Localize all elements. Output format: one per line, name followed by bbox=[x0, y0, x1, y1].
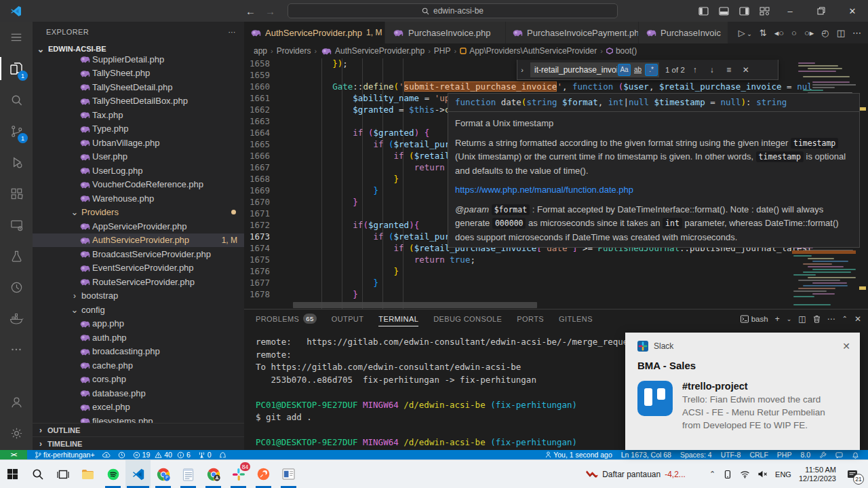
file-tree-item[interactable]: Tax.php bbox=[33, 108, 244, 122]
file-tree-item[interactable]: cache.php bbox=[33, 358, 244, 373]
chrome-profile2-button[interactable] bbox=[201, 460, 226, 488]
keyboard-language[interactable]: ENG bbox=[775, 470, 791, 478]
extensions-icon[interactable] bbox=[0, 178, 33, 209]
docker-icon[interactable] bbox=[0, 303, 33, 334]
hidden-icons-chevron[interactable]: ⌃ bbox=[709, 470, 715, 478]
close-panel-icon[interactable]: ✕ bbox=[854, 314, 861, 324]
breadcrumb-item[interactable]: Providers bbox=[277, 46, 311, 56]
chrome-profile1-button[interactable]: P bbox=[151, 460, 176, 488]
previous-match-icon[interactable]: ↑ bbox=[688, 63, 702, 77]
restore-button[interactable] bbox=[806, 0, 837, 22]
file-tree-item[interactable]: UserLog.php bbox=[33, 164, 244, 178]
more-views-icon[interactable] bbox=[0, 334, 33, 365]
minimize-button[interactable]: – bbox=[774, 0, 806, 22]
close-window-button[interactable]: ✕ bbox=[837, 0, 868, 22]
file-tree-item[interactable]: AppServiceProvider.php bbox=[33, 219, 244, 233]
terminal-shell-selector[interactable]: bash bbox=[741, 315, 768, 323]
extension-status-icon[interactable] bbox=[219, 451, 226, 459]
panel-tab[interactable]: GITLENS bbox=[559, 309, 593, 328]
split-editor-icon[interactable]: ◫ bbox=[837, 28, 845, 38]
toggle-panel-icon[interactable] bbox=[713, 0, 734, 22]
file-tree-item[interactable]: BroadcastServiceProvider.php bbox=[33, 247, 244, 261]
code-line[interactable]: 1677 } bbox=[244, 278, 868, 289]
task-view-button[interactable] bbox=[50, 460, 75, 488]
php-manual-link[interactable]: https://www.php.net/manual/function.date… bbox=[455, 185, 633, 195]
customize-layout-icon[interactable] bbox=[754, 0, 774, 22]
php-version-status[interactable]: 8.0 bbox=[800, 451, 810, 459]
folder-tree-item[interactable]: ⌄Providers bbox=[33, 206, 244, 220]
code-line[interactable]: 1676 } bbox=[244, 266, 868, 278]
toggle-secondary-sidebar-icon[interactable] bbox=[734, 0, 754, 22]
split-terminal-icon[interactable]: ◫ bbox=[798, 314, 806, 324]
file-tree-item[interactable]: User.php bbox=[33, 150, 244, 164]
folder-tree-item[interactable]: ›bootstrap bbox=[33, 289, 244, 303]
ports-status[interactable]: 0 bbox=[198, 451, 212, 459]
breadcrumb-item[interactable]: app bbox=[254, 46, 267, 56]
file-tree-item[interactable]: broadcasting.php bbox=[33, 345, 244, 359]
editor-tab[interactable]: PurchaseInvoic bbox=[639, 22, 728, 43]
open-changes-icon[interactable]: ⇅ bbox=[760, 28, 767, 38]
timeline-section[interactable]: ›TIMELINE bbox=[33, 436, 244, 450]
next-change-icon[interactable]: ○▸ bbox=[804, 28, 814, 38]
close-find-icon[interactable]: ✕ bbox=[739, 63, 753, 77]
file-tree-item[interactable]: TallySheetDetail.php bbox=[33, 80, 244, 94]
notifications-bell-icon[interactable] bbox=[852, 451, 859, 459]
kill-terminal-icon[interactable] bbox=[813, 315, 821, 323]
problems-status[interactable]: 19 40 6 bbox=[133, 451, 191, 459]
file-tree-item[interactable]: AuthServiceProvider.php1, M bbox=[33, 233, 244, 248]
regex-toggle[interactable]: .* bbox=[645, 64, 658, 76]
slack-taskbar-button[interactable]: 84 bbox=[226, 460, 251, 488]
gitlens-icon[interactable] bbox=[0, 271, 33, 303]
run-button[interactable]: ▷ ⌄ bbox=[738, 28, 752, 38]
file-tree-item[interactable]: TallySheetDetailBox.php bbox=[33, 94, 244, 109]
feedback-icon[interactable] bbox=[835, 451, 843, 459]
editor-tab[interactable]: AuthServiceProvider.php1, M✕ bbox=[244, 22, 385, 43]
current-change-icon[interactable]: ○ bbox=[791, 28, 797, 38]
file-history-icon[interactable]: ◴ bbox=[821, 28, 829, 38]
file-tree-item[interactable]: Type.php bbox=[33, 122, 244, 136]
vscode-taskbar-button[interactable] bbox=[125, 460, 151, 488]
search-icon[interactable] bbox=[0, 84, 33, 115]
match-case-toggle[interactable]: Aa bbox=[618, 64, 631, 76]
file-tree-item[interactable]: app.php bbox=[33, 317, 244, 331]
code-line[interactable]: 1678 } bbox=[244, 289, 868, 301]
remote-indicator[interactable]: >< bbox=[0, 450, 27, 459]
remote-explorer-icon[interactable] bbox=[0, 209, 33, 240]
previous-change-icon[interactable]: ◂○ bbox=[774, 28, 784, 38]
wrench-icon[interactable] bbox=[819, 451, 827, 459]
file-tree-item[interactable]: Warehouse.php bbox=[33, 191, 244, 206]
file-tree-item[interactable]: VoucherCodeReference.php bbox=[33, 178, 244, 192]
file-tree-item[interactable]: SupplierDetail.php bbox=[33, 52, 244, 67]
file-tree-item[interactable]: database.php bbox=[33, 386, 244, 400]
horizontal-scrollbar[interactable] bbox=[293, 302, 537, 308]
editor-tab[interactable]: PurchaseInvoice.php bbox=[385, 22, 506, 43]
close-toast-icon[interactable]: ✕ bbox=[842, 341, 850, 352]
testing-icon[interactable] bbox=[0, 240, 33, 271]
news-and-interests[interactable]: Daftar pantauan -4,2... bbox=[586, 470, 686, 479]
editor-tab[interactable]: PurchaseInvoicePayment.php bbox=[506, 22, 639, 43]
breadcrumbs[interactable]: app›Providers›AuthServiceProvider.php›PH… bbox=[244, 43, 868, 58]
clock[interactable]: 11:50 AM 12/12/2023 bbox=[799, 466, 836, 483]
panel-tab[interactable]: OUTPUT bbox=[332, 309, 364, 328]
new-terminal-icon[interactable]: + bbox=[775, 314, 780, 324]
folder-tree-item[interactable]: ⌄config bbox=[33, 303, 244, 317]
source-control-icon[interactable]: 1 bbox=[0, 115, 33, 147]
panel-tab[interactable]: DEBUG CONSOLE bbox=[433, 309, 502, 328]
nav-back-icon[interactable]: ← bbox=[245, 5, 256, 17]
gitlens-status-icon[interactable] bbox=[118, 451, 125, 459]
file-explorer-button[interactable] bbox=[75, 460, 100, 488]
find-in-selection-icon[interactable]: ≡ bbox=[722, 63, 736, 77]
indentation-status[interactable]: Spaces: 4 bbox=[680, 451, 712, 459]
file-tree-item[interactable]: RouteServiceProvider.php bbox=[33, 275, 244, 289]
next-match-icon[interactable]: ↓ bbox=[705, 63, 719, 77]
spotify-button[interactable] bbox=[100, 460, 125, 488]
eol-status[interactable]: CRLF bbox=[749, 451, 768, 459]
explorer-icon[interactable]: 1 bbox=[0, 53, 33, 84]
encoding-status[interactable]: UTF-8 bbox=[721, 451, 741, 459]
your-phone-tray-icon[interactable] bbox=[723, 470, 732, 479]
run-debug-icon[interactable] bbox=[0, 147, 33, 178]
panel-tab[interactable]: PROBLEMS65 bbox=[256, 309, 317, 328]
wifi-tray-icon[interactable] bbox=[740, 470, 750, 478]
notepad-button[interactable] bbox=[176, 460, 201, 488]
nav-forward-icon[interactable]: → bbox=[265, 5, 275, 17]
